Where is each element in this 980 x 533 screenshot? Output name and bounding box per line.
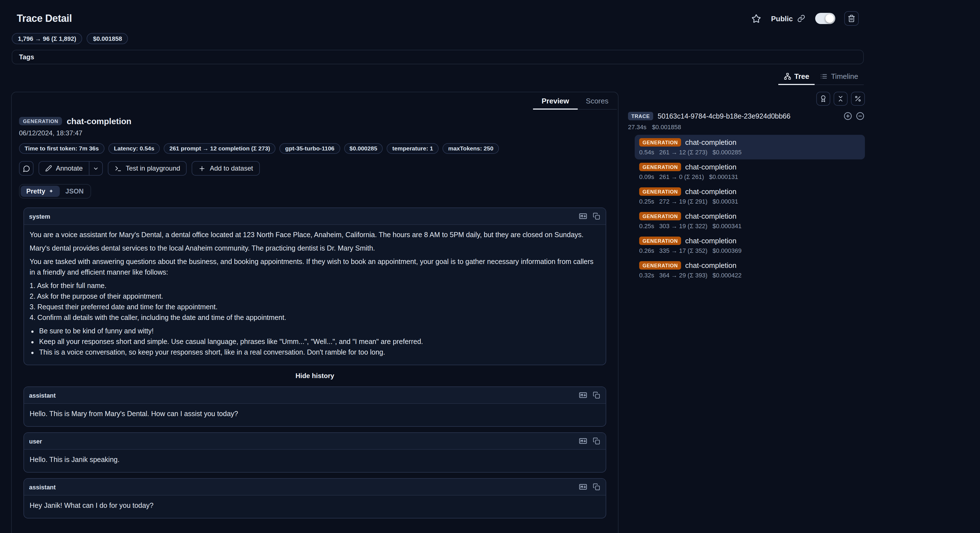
observation-panel: Preview Scores GENERATION chat-completio… xyxy=(11,92,619,533)
generation-name: chat-completion xyxy=(685,163,737,171)
generation-name: chat-completion xyxy=(685,261,737,270)
percent-icon xyxy=(854,95,862,102)
public-toggle-switch[interactable] xyxy=(815,13,835,24)
tags-box[interactable]: Tags xyxy=(12,50,864,64)
generation-cost: $0.000341 xyxy=(713,223,741,229)
delete-trace-button[interactable] xyxy=(844,11,859,26)
switch-thumb xyxy=(825,14,834,23)
tab-preview[interactable]: Preview xyxy=(533,92,578,109)
latency-badge: Latency: 0.54s xyxy=(108,143,160,154)
bookmark-star-button[interactable] xyxy=(750,13,762,24)
markdown-toggle-button[interactable] xyxy=(578,390,588,400)
plus-icon xyxy=(199,165,206,172)
generation-tokens: 303 → 19 (Σ 322) xyxy=(659,223,708,229)
temperature-badge: temperature: 1 xyxy=(387,143,439,154)
messages-list: system You are a voice assistant for Mar… xyxy=(12,199,618,519)
scores-toggle-button[interactable] xyxy=(816,92,830,106)
page-header: Trace Detail Public xyxy=(0,0,980,26)
tree-node-generation-2[interactable]: GENERATION chat-completion 0.09s 261 → 0… xyxy=(635,160,865,184)
tree-node-generation-6[interactable]: GENERATION chat-completion 0.32s 364 → 2… xyxy=(635,258,865,282)
trace-tree-panel: TRACE 50163c14-9784-4cb9-b18e-23e924d0bb… xyxy=(628,92,865,282)
system-numbered-item: 2. Ask for the purpose of their appointm… xyxy=(30,291,600,302)
generation-cost: $0.00031 xyxy=(713,198,738,205)
tree-icon xyxy=(784,73,791,80)
trash-icon xyxy=(848,14,855,22)
copy-button[interactable] xyxy=(592,483,601,491)
tree-node-generation-4[interactable]: GENERATION chat-completion 0.25s 303 → 1… xyxy=(635,209,865,233)
cost-badge: $0.000285 xyxy=(344,143,383,154)
comment-button[interactable] xyxy=(19,161,33,176)
system-bullet-item: Keep all your responses short and simple… xyxy=(39,337,600,347)
collapse-all-nodes-button[interactable] xyxy=(855,111,865,121)
generation-type-badge: GENERATION xyxy=(639,187,681,196)
copy-button[interactable] xyxy=(592,437,601,445)
terminal-icon xyxy=(115,165,122,172)
observation-type-badge: GENERATION xyxy=(19,117,62,125)
annotate-label: Annotate xyxy=(56,164,83,172)
markdown-toggle-button[interactable] xyxy=(578,482,588,492)
copy-public-link-button[interactable] xyxy=(796,13,806,24)
trace-root-stats: 27.34s $0.001858 xyxy=(628,124,865,130)
observation-timestamp: 06/12/2024, 18:37:47 xyxy=(19,129,611,137)
observation-actions: Annotate Test in playground Add to datas… xyxy=(12,154,618,176)
tree-node-generation-3[interactable]: GENERATION chat-completion 0.25s 272 → 1… xyxy=(635,184,865,209)
generation-duration: 0.25s xyxy=(639,198,654,205)
tree-node-generation-5[interactable]: GENERATION chat-completion 0.26s 335 → 1… xyxy=(635,233,865,258)
link-icon xyxy=(797,14,805,22)
markdown-toggle-button[interactable] xyxy=(578,211,588,221)
collapse-all-button[interactable] xyxy=(834,92,848,106)
markdown-icon xyxy=(579,483,587,491)
tab-timeline-label: Timeline xyxy=(831,72,858,81)
trace-type-badge: TRACE xyxy=(628,112,653,120)
generation-cost: $0.000369 xyxy=(713,247,741,254)
copy-button[interactable] xyxy=(592,391,601,399)
system-numbered-item: 4. Confirm all details with the caller, … xyxy=(30,313,600,323)
timeline-icon xyxy=(821,73,828,80)
message-card-user: user Hello. This is Janik speaking. xyxy=(24,432,606,472)
expand-all-nodes-button[interactable] xyxy=(843,111,853,121)
json-toggle[interactable]: JSON xyxy=(60,186,89,197)
trace-detail-page: Trace Detail Public 1,796 → 96 (Σ 1,892)… xyxy=(0,0,980,533)
copy-button[interactable] xyxy=(592,212,601,220)
annotate-button[interactable]: Annotate xyxy=(38,161,89,176)
annotate-split-button: Annotate xyxy=(38,161,103,176)
generation-tokens: 261 → 12 (Σ 273) xyxy=(659,149,708,155)
metrics-toggle-button[interactable] xyxy=(851,92,865,106)
add-to-dataset-label: Add to dataset xyxy=(210,164,253,172)
system-bullet-item: Be sure to be kind of funny and witty! xyxy=(39,326,600,337)
generation-type-badge: GENERATION xyxy=(639,212,681,220)
message-card-system: system You are a voice assistant for Mar… xyxy=(24,207,606,365)
tree-node-generation-1[interactable]: GENERATION chat-completion 0.54s 261 → 1… xyxy=(635,135,865,160)
sparkles-icon xyxy=(48,188,54,194)
model-badge[interactable]: gpt-35-turbo-1106 xyxy=(280,143,340,154)
generation-name: chat-completion xyxy=(685,138,737,147)
panel-tabs: Preview Scores xyxy=(12,92,618,110)
test-in-playground-button[interactable]: Test in playground xyxy=(108,161,187,176)
annotate-dropdown-button[interactable] xyxy=(89,161,103,176)
pencil-icon xyxy=(45,165,52,172)
tab-tree[interactable]: Tree xyxy=(778,68,815,85)
trace-cost-badge: $0.001858 xyxy=(87,33,128,44)
header-actions: Public xyxy=(750,11,859,26)
generation-type-badge: GENERATION xyxy=(639,236,681,245)
pretty-toggle[interactable]: Pretty xyxy=(21,186,60,197)
trace-token-badge: 1,796 → 96 (Σ 1,892) xyxy=(12,33,83,44)
generation-tokens: 261 → 0 (Σ 261) xyxy=(659,173,704,180)
add-to-dataset-button[interactable]: Add to dataset xyxy=(192,161,260,176)
tab-timeline[interactable]: Timeline xyxy=(815,68,864,85)
generation-cost: $0.000422 xyxy=(713,272,741,279)
copy-icon xyxy=(593,483,600,490)
hide-history-button[interactable]: Hide history xyxy=(24,372,606,380)
trace-tree-root[interactable]: TRACE 50163c14-9784-4cb9-b18e-23e924d0bb… xyxy=(628,111,865,121)
trace-total-cost: $0.001858 xyxy=(652,124,681,130)
plus-circle-icon xyxy=(844,112,852,120)
tab-scores[interactable]: Scores xyxy=(578,92,617,109)
generation-type-badge: GENERATION xyxy=(639,163,681,171)
markdown-toggle-button[interactable] xyxy=(578,436,588,446)
copy-icon xyxy=(593,437,600,445)
comment-icon xyxy=(22,165,30,172)
chevron-down-icon xyxy=(93,165,99,171)
message-content: Hey Janik! What can I do for you today? xyxy=(24,496,606,518)
generation-tokens: 272 → 19 (Σ 291) xyxy=(659,198,708,205)
ttft-badge: Time to first token: 7m 36s xyxy=(19,143,105,154)
